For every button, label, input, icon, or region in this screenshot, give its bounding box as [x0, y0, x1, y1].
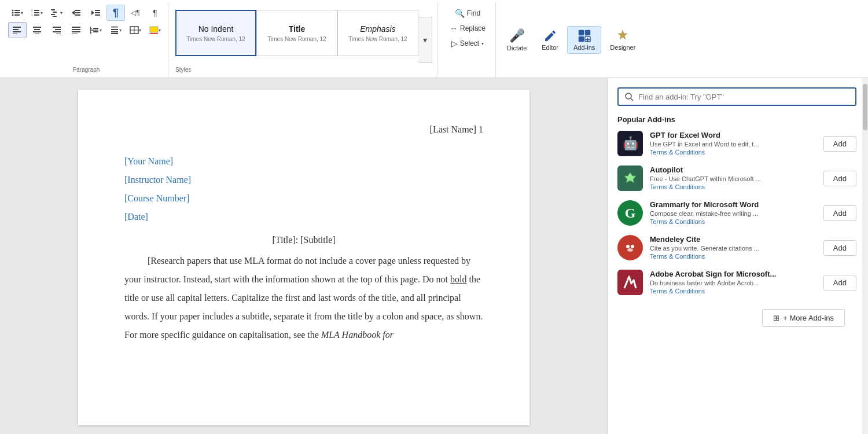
dictate-label: Dictate — [507, 45, 527, 52]
bullet-caret: ▾ — [21, 10, 23, 16]
replace-button[interactable]: ↔ Replace — [444, 21, 491, 36]
addin-info-gpt: GPT for Excel Word Use GPT in Excel and … — [650, 131, 816, 156]
document-area[interactable]: [Last Name] 1 [Your Name] [Instructor Na… — [0, 78, 608, 434]
svg-rect-19 — [75, 14, 80, 16]
svg-rect-27 — [13, 34, 17, 34]
addin-terms-mendeley[interactable]: Terms & Conditions — [650, 253, 816, 260]
addins-search-input[interactable] — [638, 93, 849, 101]
justify-button[interactable] — [67, 22, 86, 38]
svg-rect-25 — [13, 29, 19, 30]
left-rtl-button[interactable]: ◁¶ — [126, 5, 145, 21]
borders-group: ▾ — [126, 22, 145, 38]
svg-rect-23 — [95, 14, 100, 16]
svg-marker-63 — [624, 172, 636, 183]
addin-icon-autopilot — [617, 165, 643, 191]
select-button[interactable]: ▷ Select ▾ — [446, 36, 489, 51]
addins-panel: Popular Add-ins 🤖 GPT for Excel Word Use… — [608, 78, 868, 434]
addins-label: Add-ins — [573, 44, 595, 51]
addin-name-adobe: Adobe Acrobat Sign for Microsoft... — [650, 270, 816, 278]
addin-terms-autopilot[interactable]: Terms & Conditions — [650, 183, 816, 190]
svg-marker-42 — [90, 27, 92, 29]
date-line: [Date] — [124, 208, 483, 226]
multilevel-caret: ▾ — [60, 10, 62, 16]
svg-point-0 — [12, 10, 14, 12]
replace-label: Replace — [460, 24, 486, 32]
find-button[interactable]: 🔍 Find — [450, 6, 486, 21]
panel-scrollbar[interactable] — [862, 78, 868, 434]
more-addins-button[interactable]: ⊞ + More Add-ins — [762, 309, 845, 327]
designer-button[interactable]: Designer — [604, 26, 642, 54]
pilcrow-button[interactable]: ¶ — [146, 5, 164, 21]
style-no-indent[interactable]: No Indent Times New Roman, 12 — [175, 10, 256, 56]
addin-add-grammarly-button[interactable]: Add — [823, 205, 856, 221]
addin-name-mendeley: Mendeley Cite — [650, 235, 816, 244]
shading-button[interactable]: ▾ — [146, 22, 164, 38]
decrease-indent-button[interactable] — [67, 5, 86, 21]
panel-scrollbar-thumb — [863, 84, 867, 130]
bullet-list-button[interactable]: ▾ — [8, 5, 27, 21]
style-emphasis[interactable]: Emphasis Times New Roman, 12 — [337, 10, 418, 56]
align-right-button[interactable] — [47, 22, 66, 38]
addin-desc-autopilot: Free - Use ChatGPT within Microsoft ... — [650, 175, 777, 182]
body-text: [Research papers that use MLA format do … — [124, 252, 483, 344]
editor-button[interactable]: Editor — [535, 26, 565, 54]
addin-add-adobe-button[interactable]: Add — [823, 275, 856, 290]
svg-rect-56 — [585, 30, 590, 35]
addins-icon — [578, 29, 591, 43]
addin-terms-adobe[interactable]: Terms & Conditions — [650, 288, 816, 295]
voice-tools-section: 🎤 Dictate Editor Add-ins Designer — [498, 2, 644, 78]
document-page: [Last Name] 1 [Your Name] [Instructor Na… — [78, 90, 529, 425]
dictate-button[interactable]: 🎤 Dictate — [501, 25, 533, 54]
addin-add-mendeley-button[interactable]: Add — [823, 240, 856, 256]
multilevel-group: ▾ — [47, 5, 66, 21]
styles-expand-button[interactable]: ▾ — [418, 17, 432, 63]
plus-icon: ⊞ — [773, 314, 779, 322]
addin-icon-adobe — [617, 270, 643, 295]
addin-info-grammarly: Grammarly for Microsoft Word Compose cle… — [650, 200, 816, 225]
style-no-indent-sub: Times New Roman, 12 — [186, 36, 245, 42]
your-name-line: [Your Name] — [124, 152, 483, 171]
find-label: Find — [467, 9, 480, 17]
addin-icon-grammarly: G — [617, 200, 643, 226]
increase-indent-button[interactable] — [87, 5, 105, 21]
addins-button[interactable]: Add-ins — [567, 26, 601, 54]
addin-info-mendeley: Mendeley Cite Cite as you write. Generat… — [650, 235, 816, 260]
bold-link: bold — [450, 274, 466, 284]
svg-rect-5 — [14, 14, 20, 16]
line-spacing-group: ▾ — [87, 22, 105, 38]
svg-point-66 — [631, 245, 634, 248]
addin-icon-gpt: 🤖 — [617, 131, 643, 156]
addin-add-gpt-button[interactable]: Add — [823, 136, 856, 152]
svg-rect-30 — [33, 31, 41, 32]
numbering-button[interactable]: 1.2.3. ▾ — [28, 5, 46, 21]
svg-rect-36 — [72, 27, 80, 28]
addin-name-gpt: GPT for Excel Word — [650, 131, 816, 139]
addin-item-gpt: 🤖 GPT for Excel Word Use GPT in Excel an… — [617, 131, 856, 156]
line-spacing-button[interactable]: ▾ — [87, 22, 105, 38]
bullet-group: ▾ — [8, 5, 27, 21]
svg-rect-46 — [111, 26, 118, 28]
align-center-button[interactable] — [28, 22, 46, 38]
svg-marker-43 — [90, 32, 92, 34]
svg-line-62 — [631, 98, 633, 101]
toolbar: ▾ 1.2.3. ▾ ▾ ¶ — [0, 0, 868, 78]
multilevel-button[interactable]: ▾ — [47, 5, 66, 21]
svg-rect-48 — [111, 31, 118, 32]
addin-item-adobe: Adobe Acrobat Sign for Microsoft... Do b… — [617, 270, 856, 295]
designer-label: Designer — [610, 44, 635, 51]
addin-terms-gpt[interactable]: Terms & Conditions — [650, 149, 816, 156]
svg-rect-39 — [72, 34, 78, 34]
borders-button[interactable]: ▾ — [126, 22, 145, 38]
svg-rect-55 — [579, 30, 584, 35]
designer-icon — [616, 29, 630, 43]
show-formatting-button[interactable]: ¶ — [106, 5, 125, 21]
addin-terms-grammarly[interactable]: Terms & Conditions — [650, 218, 816, 225]
addins-search-bar[interactable] — [617, 87, 856, 106]
svg-rect-53 — [150, 27, 158, 32]
style-title[interactable]: Title Times New Roman, 12 — [256, 10, 337, 56]
svg-rect-44 — [93, 28, 98, 29]
paragraph-spacing-button[interactable]: ▾ — [106, 22, 125, 38]
addin-info-autopilot: Autopilot Free - Use ChatGPT within Micr… — [650, 165, 816, 190]
addin-add-autopilot-button[interactable]: Add — [823, 171, 856, 186]
align-left-button[interactable] — [8, 22, 27, 38]
